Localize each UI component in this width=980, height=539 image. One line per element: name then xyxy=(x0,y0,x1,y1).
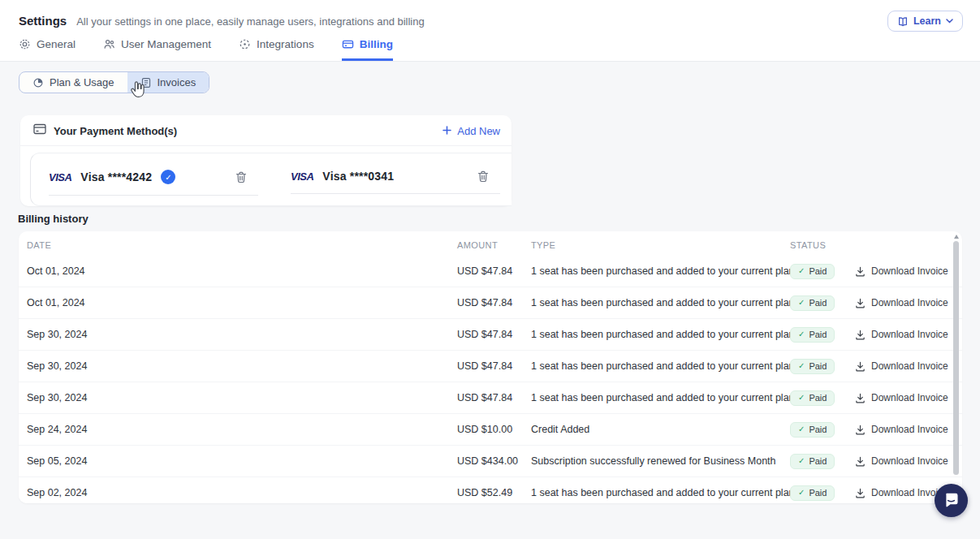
status-label: Paid xyxy=(809,425,827,434)
delete-card-button[interactable] xyxy=(235,171,247,183)
download-icon xyxy=(855,266,866,277)
cell-date: Oct 01, 2024 xyxy=(27,297,457,308)
visa-logo: VISA xyxy=(291,170,313,183)
tab-integrations[interactable]: Integrations xyxy=(239,38,314,61)
billing-view-switcher: Plan & Usage Invoices xyxy=(19,71,209,93)
table-row: Sep 30, 2024 USD $47.84 1 seat has been … xyxy=(19,382,962,414)
subtab-plan-usage[interactable]: Plan & Usage xyxy=(19,72,127,93)
status-label: Paid xyxy=(809,330,827,339)
download-invoice-button[interactable]: Download Invoice xyxy=(855,297,948,308)
title-row: Settings All your settings in one place,… xyxy=(0,0,980,28)
cell-amount: USD $47.84 xyxy=(457,392,531,403)
tab-general[interactable]: General xyxy=(19,38,76,61)
status-badge: ✓ Paid xyxy=(790,264,835,279)
cell-type: 1 seat has been purchased and added to y… xyxy=(531,360,790,372)
status-badge: ✓ Paid xyxy=(790,454,835,469)
scroll-up-arrow-icon[interactable] xyxy=(954,235,959,239)
book-icon xyxy=(897,16,909,27)
download-invoice-button[interactable]: Download Invoice xyxy=(855,392,948,403)
status-label: Paid xyxy=(809,298,827,308)
add-new-button[interactable]: Add New xyxy=(443,125,500,137)
download-icon xyxy=(855,425,866,435)
download-icon xyxy=(855,330,866,340)
column-header-type: TYPE xyxy=(531,240,790,250)
visa-logo: VISA xyxy=(49,171,71,183)
integrations-icon xyxy=(239,38,251,50)
check-icon: ✓ xyxy=(798,266,805,275)
payment-method-secondary: VISA Visa ****0341 xyxy=(291,170,500,196)
payment-method-default: VISA Visa ****4242 ✓ xyxy=(49,170,258,196)
status-badge: ✓ Paid xyxy=(790,327,835,343)
chat-launcher-button[interactable] xyxy=(935,484,968,517)
tab-label: General xyxy=(37,38,76,50)
cell-amount: USD $47.84 xyxy=(457,297,531,308)
tab-user-management[interactable]: User Management xyxy=(103,38,211,61)
scrollbar-thumb[interactable] xyxy=(953,241,959,475)
delete-card-button[interactable] xyxy=(477,170,489,183)
download-label: Download Invoice xyxy=(871,360,948,372)
table-row: Sep 24, 2024 USD $10.00 Credit Added ✓ P… xyxy=(19,414,962,446)
cell-type: 1 seat has been purchased and added to y… xyxy=(531,329,790,340)
card-number: Visa ****0341 xyxy=(322,170,394,183)
pie-chart-icon xyxy=(32,77,44,88)
cell-type: 1 seat has been purchased and added to y… xyxy=(531,392,790,403)
status-badge: ✓ Paid xyxy=(790,295,835,311)
tab-label: Billing xyxy=(360,38,393,50)
payment-cards-container: VISA Visa ****4242 ✓ VISA Visa ****0341 xyxy=(30,153,512,206)
credit-card-icon xyxy=(342,38,354,50)
cell-date: Oct 01, 2024 xyxy=(27,265,457,277)
default-check-badge-icon: ✓ xyxy=(161,170,175,184)
table-row: Oct 01, 2024 USD $47.84 1 seat has been … xyxy=(19,287,962,319)
table-scrollbar[interactable] xyxy=(952,235,960,500)
tab-label: User Management xyxy=(121,38,211,50)
column-header-amount: AMOUNT xyxy=(457,240,531,250)
check-icon: ✓ xyxy=(798,330,805,338)
cell-date: Sep 30, 2024 xyxy=(27,360,457,372)
tab-label: Integrations xyxy=(257,38,314,50)
table-row: Sep 05, 2024 USD $434.00 Subscription su… xyxy=(19,446,962,477)
payment-card-icon xyxy=(33,123,46,138)
status-label: Paid xyxy=(809,361,827,371)
check-icon: ✓ xyxy=(798,393,805,402)
cell-date: Sep 24, 2024 xyxy=(27,424,457,435)
cell-amount: USD $47.84 xyxy=(457,329,531,340)
download-label: Download Invoice xyxy=(871,392,948,403)
download-label: Download Invoice xyxy=(871,455,948,467)
column-header-status: STATUS xyxy=(790,240,855,250)
download-icon xyxy=(855,393,866,403)
cell-amount: USD $47.84 xyxy=(457,265,531,277)
download-icon xyxy=(855,456,866,467)
download-invoice-button[interactable]: Download Invoice xyxy=(855,424,948,435)
page-subtitle: All your settings in one place, easily m… xyxy=(76,15,425,28)
column-header-date: DATE xyxy=(27,240,457,250)
learn-button[interactable]: Learn xyxy=(887,11,963,32)
check-icon: ✓ xyxy=(798,298,805,307)
status-label: Paid xyxy=(809,266,827,276)
card-number: Visa ****4242 xyxy=(80,170,152,183)
subtab-label: Invoices xyxy=(158,76,196,88)
table-header-row: DATE AMOUNT TYPE STATUS xyxy=(19,231,962,256)
cell-date: Sep 30, 2024 xyxy=(27,329,457,340)
download-invoice-button[interactable]: Download Invoice xyxy=(855,329,948,340)
cell-amount: USD $434.00 xyxy=(457,455,531,467)
cell-type: Subscription successfully renewed for Bu… xyxy=(531,455,790,467)
table-row: Sep 30, 2024 USD $47.84 1 seat has been … xyxy=(19,351,962,382)
users-icon xyxy=(103,38,115,50)
subtab-invoices[interactable]: Invoices xyxy=(127,72,209,93)
payment-methods-header: Your Payment Method(s) Add New xyxy=(20,115,512,146)
download-label: Download Invoice xyxy=(871,265,948,277)
download-invoice-button[interactable]: Download Invoice xyxy=(855,265,948,277)
page-title: Settings xyxy=(19,14,67,28)
cell-date: Sep 30, 2024 xyxy=(27,392,457,403)
tab-billing[interactable]: Billing xyxy=(342,38,393,61)
settings-tabs: General User Management Integrations Bil… xyxy=(19,38,393,61)
cell-type: 1 seat has been purchased and added to y… xyxy=(531,487,790,498)
subtab-label: Plan & Usage xyxy=(50,76,114,88)
gear-icon xyxy=(19,38,31,50)
download-label: Download Invoice xyxy=(871,329,948,340)
cell-type: 1 seat has been purchased and added to y… xyxy=(531,265,790,277)
download-invoice-button[interactable]: Download Invoice xyxy=(855,360,948,372)
download-invoice-button[interactable]: Download Invoice xyxy=(855,455,948,467)
chat-bubble-icon xyxy=(943,491,960,511)
billing-history-title: Billing history xyxy=(18,213,89,225)
